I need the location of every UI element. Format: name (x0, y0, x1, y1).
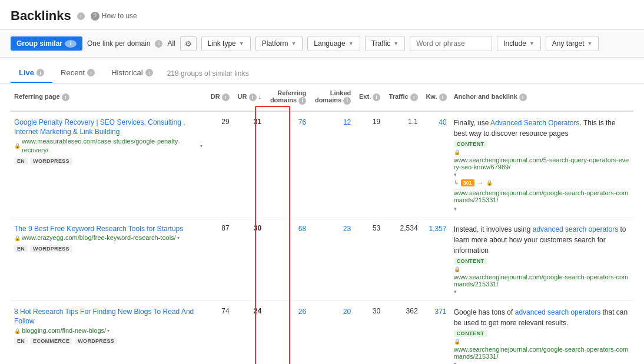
platform-chevron: ▼ (291, 41, 296, 46)
tag-item: EN (14, 158, 28, 165)
linked-domains-link[interactable]: 12 (343, 118, 351, 126)
col-traffic: Traffic i (384, 84, 421, 111)
backlink-url-link[interactable]: www.searchenginejournal.com/5-search-que… (454, 156, 630, 171)
link-type-dropdown[interactable]: Link type ▼ (201, 36, 251, 51)
tab-live[interactable]: Live i (11, 64, 52, 83)
referring-domains-link[interactable]: 68 (298, 225, 306, 233)
platform-dropdown[interactable]: Platform ▼ (255, 36, 303, 51)
ur-info[interactable]: i (249, 93, 257, 101)
linked-domains-value: 12 (310, 111, 354, 218)
title-info-icon[interactable]: i (77, 12, 85, 20)
one-link-info-icon[interactable]: i (155, 40, 162, 48)
col-dr: DR i (206, 84, 233, 111)
ext-value: 53 (354, 218, 384, 300)
settings-gear-button[interactable]: ⚙ (180, 36, 197, 51)
referring-page-link[interactable]: Google Penalty Recovery | SEO Services, … (14, 118, 185, 136)
any-target-chevron: ▼ (587, 41, 593, 46)
table-row: The 9 Best Free Keyword Research Tools f… (11, 218, 633, 300)
kw-value: 40 (421, 111, 450, 218)
col-ext: Ext. i (354, 84, 384, 111)
backlink-url-link[interactable]: www.searchenginejournal.com/google-searc… (454, 346, 630, 360)
tag-item: WORDPRESS (30, 158, 72, 165)
redirect-url-link[interactable]: www.searchenginejournal.com/google-searc… (454, 189, 630, 203)
domain-url-link[interactable]: blogging.com/find-new-blogs/ (22, 326, 106, 335)
linked-domains-value: 23 (310, 218, 354, 300)
redirect-lock-icon: 🔒 (486, 180, 493, 186)
table-row: Google Penalty Recovery | SEO Services, … (11, 111, 633, 218)
anchor-text: Google has tons of advanced search opera… (454, 308, 628, 327)
anchor-info[interactable]: i (519, 93, 527, 101)
language-dropdown[interactable]: Language ▼ (307, 36, 360, 51)
linked-domains-info[interactable]: i (343, 97, 351, 105)
tag-item: EN (14, 338, 28, 345)
col-linked-domains: Linkeddomains i (310, 84, 354, 111)
tag-list: ENECOMMERCEWORDPRESS (14, 338, 203, 345)
language-chevron: ▼ (348, 41, 354, 46)
domain-chevron: ▾ (107, 328, 109, 333)
linked-domains-link[interactable]: 23 (343, 225, 351, 233)
backlink-url-link[interactable]: www.searchenginejournal.com/google-searc… (454, 273, 630, 288)
referring-domains-value: 26 (265, 300, 310, 364)
anchor-backlink-cell: Instead, it involves using advanced sear… (450, 218, 633, 300)
historical-info-icon[interactable]: i (145, 69, 153, 76)
tabs-bar: Live i Recent i Historical i 218 groups … (0, 58, 644, 84)
referring-domains-value: 68 (265, 218, 310, 300)
toolbar: Group similar i One link per domain i Al… (0, 30, 644, 58)
table-row: 8 Hot Research Tips For Finding New Blog… (11, 300, 633, 364)
how-to-use-link[interactable]: ? How to use (91, 12, 137, 21)
domain-url-link[interactable]: www.crazyegg.com/blog/free-keyword-resea… (22, 233, 176, 242)
referring-domains-link[interactable]: 76 (298, 118, 306, 126)
one-link-per-domain-label: One link per domain (87, 39, 150, 48)
referring-page-link[interactable]: The 9 Best Free Keyword Research Tools f… (14, 225, 183, 233)
group-similar-info-icon[interactable]: i (65, 40, 77, 48)
tag-list: ENWORDPRESS (14, 245, 203, 252)
referring-page-link[interactable]: 8 Hot Research Tips For Finding New Blog… (14, 308, 194, 326)
linked-domains-link[interactable]: 20 (343, 308, 351, 316)
anchor-link[interactable]: advanced search operators (533, 225, 618, 233)
live-info-icon[interactable]: i (36, 69, 44, 76)
word-or-phrase-input[interactable] (410, 36, 492, 51)
redirect-arrow: ↳ (454, 179, 459, 186)
referring-domains-link[interactable]: 26 (298, 308, 306, 316)
include-dropdown[interactable]: Include ▼ (497, 36, 541, 51)
ext-info[interactable]: i (373, 93, 380, 101)
backlink-chevron: ▾ (454, 361, 457, 365)
recent-info-icon[interactable]: i (87, 69, 95, 76)
any-target-dropdown[interactable]: Any target ▼ (546, 36, 599, 51)
anchor-text: Instead, it involves using advanced sear… (454, 225, 626, 255)
ref-domains-info[interactable]: i (298, 97, 306, 105)
backlinks-table-container: Referring page i DR i UR i ↓ Referringdo… (0, 84, 644, 364)
content-badge: CONTENT (454, 141, 487, 148)
domain-url-link[interactable]: www.measurableseo.com/case-studies/googl… (22, 137, 199, 155)
traffic-dropdown[interactable]: Traffic ▼ (365, 36, 406, 51)
dr-value: 29 (206, 111, 233, 218)
table-wrapper: Referring page i DR i UR i ↓ Referringdo… (11, 84, 633, 364)
page-header: Backlinks i ? How to use (0, 0, 644, 30)
backlink-chevron: ▾ (454, 172, 457, 178)
kw-link[interactable]: 1,357 (429, 225, 447, 233)
backlink-url: 🔒 www.searchenginejournal.com/google-sea… (454, 339, 630, 365)
redirect-badge: 301 (461, 179, 474, 186)
page-title: Backlinks (11, 8, 71, 24)
kw-info[interactable]: i (439, 93, 447, 101)
referring-page-info[interactable]: i (62, 93, 69, 101)
tag-list: ENWORDPRESS (14, 158, 203, 165)
anchor-link[interactable]: Advanced Search Operators (490, 119, 579, 127)
traffic-info[interactable]: i (410, 93, 418, 101)
anchor-link[interactable]: advanced search operators (515, 308, 600, 316)
group-similar-button[interactable]: Group similar i (11, 36, 82, 51)
tab-historical[interactable]: Historical i (103, 64, 161, 83)
kw-link[interactable]: 371 (435, 308, 447, 316)
anchor-text: Finally, use Advanced Search Operators. … (454, 119, 616, 138)
tab-recent[interactable]: Recent i (52, 64, 103, 83)
backlink-lock-icon: 🔒 (454, 149, 460, 155)
content-badge: CONTENT (454, 258, 487, 265)
dr-info[interactable]: i (222, 93, 230, 101)
traffic-value: 2,534 (384, 218, 421, 300)
col-ur: UR i ↓ (233, 84, 265, 111)
traffic-chevron: ▼ (393, 41, 399, 46)
lock-icon: 🔒 (14, 328, 21, 334)
kw-link[interactable]: 40 (439, 118, 446, 126)
backlinks-table: Referring page i DR i UR i ↓ Referringdo… (11, 84, 633, 364)
kw-value: 371 (421, 300, 450, 364)
